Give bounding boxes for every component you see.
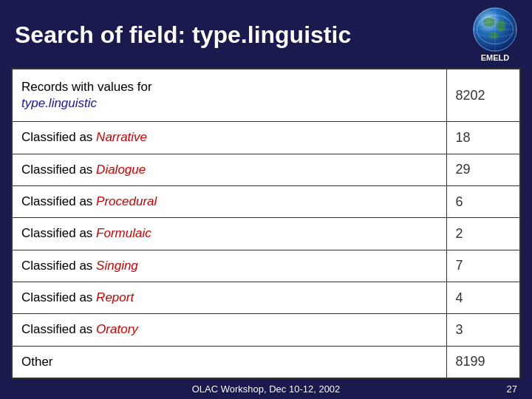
table-row: Classified as Narrative 18	[12, 122, 520, 154]
svg-point-1	[483, 18, 495, 27]
table-row: Classified as Oratory 3	[12, 314, 520, 346]
row-value-5: 7	[446, 250, 520, 282]
row-label-6: Classified as Report	[12, 282, 446, 313]
svg-point-2	[497, 20, 505, 32]
table-row: Classified as Formulaic 2	[12, 218, 520, 250]
table-row: Other 8199	[12, 346, 520, 378]
row-value-8: 8199	[446, 346, 520, 378]
row-label: Records with values for type.linguistic	[12, 69, 446, 122]
label-black-0: Records with values for	[21, 80, 152, 94]
globe-icon	[473, 7, 517, 52]
page-footer: OLAC Workshop, Dec 10-12, 2002 27	[0, 379, 532, 399]
svg-point-3	[488, 32, 499, 39]
row-label-8: Other	[12, 346, 446, 378]
page-header: Search of field: type.linguistic	[0, 0, 532, 68]
row-value-0: 8202	[446, 69, 520, 122]
table-row: Classified as Report 4	[12, 282, 520, 313]
table-row: Records with values for type.linguistic …	[12, 69, 520, 122]
row-value-7: 3	[446, 314, 520, 346]
row-label-5: Classified as Singing	[12, 250, 446, 282]
globe-container: EMELD	[473, 7, 517, 62]
table-row: Classified as Singing 7	[12, 250, 520, 282]
row-label-4: Classified as Formulaic	[12, 218, 446, 250]
row-label-7: Classified as Oratory	[12, 314, 446, 346]
title-prefix: Search of field:	[15, 21, 192, 48]
row-label-2: Classified as Dialogue	[12, 154, 446, 185]
content-area: Records with values for type.linguistic …	[11, 68, 521, 379]
row-value-4: 2	[446, 218, 520, 250]
title-field: type.linguistic	[192, 21, 351, 48]
row-value-2: 29	[446, 154, 520, 185]
footer-citation: OLAC Workshop, Dec 10-12, 2002	[140, 383, 392, 395]
results-table: Records with values for type.linguistic …	[11, 68, 521, 379]
label-colored-0: type.linguistic	[21, 96, 97, 110]
row-value-3: 6	[446, 185, 520, 217]
row-label-1: Classified as Narrative	[12, 122, 446, 154]
footer-page-number: 27	[392, 383, 517, 395]
emeld-label: EMELD	[481, 53, 510, 62]
row-label-3: Classified as Procedural	[12, 185, 446, 217]
svg-point-4	[474, 22, 516, 37]
table-row: Classified as Procedural 6	[12, 185, 520, 217]
row-value-1: 18	[446, 122, 520, 154]
page-title: Search of field: type.linguistic	[15, 21, 351, 49]
table-row: Classified as Dialogue 29	[12, 154, 520, 185]
row-value-6: 4	[446, 282, 520, 313]
